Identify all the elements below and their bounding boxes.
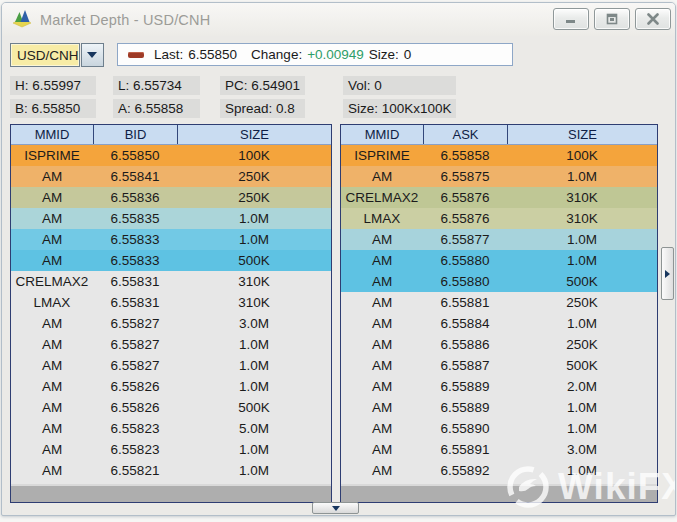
price-cell: 6.55833 xyxy=(93,250,177,271)
combo-dropdown-button[interactable] xyxy=(81,43,104,67)
price-cell: 6.55891 xyxy=(423,439,507,460)
size-cell: 310K xyxy=(507,208,657,229)
depth-row[interactable]: AM6.558271.0M xyxy=(11,355,331,376)
size-label: Size: xyxy=(369,47,399,62)
depth-row[interactable]: AM6.55881250K xyxy=(341,292,657,313)
symbol-combobox[interactable]: USD/CNH xyxy=(10,43,104,67)
maximize-icon xyxy=(605,13,619,25)
depth-row[interactable]: AM6.558271.0M xyxy=(11,334,331,355)
size-cell: 1.0M xyxy=(507,250,657,271)
depth-row[interactable]: AM6.558235.0M xyxy=(11,418,331,439)
ask-table-header: MMIDASKSIZE xyxy=(341,125,657,145)
size-cell: 2.0M xyxy=(507,376,657,397)
mmid-cell: AM xyxy=(11,166,93,187)
depth-row[interactable]: LMAX6.55831310K xyxy=(11,292,331,313)
depth-row[interactable]: ISPRIME6.55858100K xyxy=(341,145,657,166)
depth-row[interactable]: AM6.558351.0M xyxy=(11,208,331,229)
symbol-field[interactable]: USD/CNH xyxy=(10,43,80,67)
maximize-button[interactable] xyxy=(594,8,630,30)
last-label: Last: xyxy=(154,47,183,62)
depth-row[interactable]: AM6.558913.0M xyxy=(341,439,657,460)
size-cell: 3.0M xyxy=(177,313,331,334)
price-cell: 6.55877 xyxy=(423,229,507,250)
price-cell: 6.55889 xyxy=(423,376,507,397)
depth-row[interactable]: AM6.558273.0M xyxy=(11,313,331,334)
bid-table-body: ISPRIME6.55850100KAM6.55841250KAM6.55836… xyxy=(11,145,331,481)
price-cell: 6.55827 xyxy=(93,334,177,355)
window-title: Market Depth - USD/CNH xyxy=(40,12,210,28)
depth-row[interactable]: AM6.55886250K xyxy=(341,334,657,355)
expand-right-button[interactable] xyxy=(661,247,674,300)
mmid-cell: AM xyxy=(341,460,423,481)
depth-row[interactable]: CRELMAX26.55876310K xyxy=(341,187,657,208)
mmid-cell: AM xyxy=(341,418,423,439)
price-cell: 6.55875 xyxy=(423,166,507,187)
window-controls xyxy=(553,8,671,30)
depth-tables-area: MMIDBIDSIZE ISPRIME6.55850100KAM6.558412… xyxy=(2,124,676,515)
depth-row[interactable]: CRELMAX26.55831310K xyxy=(11,271,331,292)
depth-row[interactable]: AM6.55826500K xyxy=(11,397,331,418)
title-bar[interactable]: Market Depth - USD/CNH xyxy=(2,3,675,36)
depth-row[interactable]: AM6.558261.0M xyxy=(11,376,331,397)
price-cell: 6.55841 xyxy=(93,166,177,187)
mmid-cell: AM xyxy=(11,334,93,355)
depth-row[interactable]: AM6.558921.0M xyxy=(341,460,657,481)
size-cell: 1.0M xyxy=(177,208,331,229)
change-value: +0.00949 xyxy=(307,47,364,62)
column-header[interactable]: BID xyxy=(93,125,177,144)
depth-row[interactable]: AM6.558891.0M xyxy=(341,397,657,418)
triangle-right-icon xyxy=(665,270,670,278)
size-cell: 1.0M xyxy=(177,376,331,397)
mmid-cell: AM xyxy=(11,250,93,271)
price-cell: 6.55836 xyxy=(93,187,177,208)
depth-row[interactable]: AM6.55841250K xyxy=(11,166,331,187)
close-button[interactable] xyxy=(635,8,671,30)
depth-row[interactable]: AM6.558901.0M xyxy=(341,418,657,439)
size-cell: 310K xyxy=(507,187,657,208)
depth-row[interactable]: ISPRIME6.55850100K xyxy=(11,145,331,166)
minimize-button[interactable] xyxy=(553,8,589,30)
depth-row[interactable]: AM6.558801.0M xyxy=(341,250,657,271)
column-header[interactable]: SIZE xyxy=(177,125,331,144)
price-cell: 6.55831 xyxy=(93,292,177,313)
column-header[interactable]: MMID xyxy=(341,125,423,144)
mmid-cell: AM xyxy=(341,229,423,250)
depth-row[interactable]: AM6.558841.0M xyxy=(341,313,657,334)
price-cell: 6.55880 xyxy=(423,271,507,292)
depth-row[interactable]: LMAX6.55876310K xyxy=(341,208,657,229)
size-cell: 310K xyxy=(177,271,331,292)
mmid-cell: AM xyxy=(341,439,423,460)
depth-row[interactable]: AM6.558231.0M xyxy=(11,439,331,460)
depth-row[interactable]: AM6.558211.0M xyxy=(11,460,331,481)
depth-row[interactable]: AM6.558771.0M xyxy=(341,229,657,250)
app-icon xyxy=(12,8,32,32)
depth-row[interactable]: AM6.558331.0M xyxy=(11,229,331,250)
price-cell: 6.55858 xyxy=(423,145,507,166)
depth-row[interactable]: AM6.55833500K xyxy=(11,250,331,271)
price-marker-icon xyxy=(128,52,144,58)
size-cell: 500K xyxy=(177,250,331,271)
size-value: 0 xyxy=(404,47,412,62)
mmid-cell: AM xyxy=(341,250,423,271)
mmid-cell: ISPRIME xyxy=(341,145,423,166)
depth-row[interactable]: AM6.55836250K xyxy=(11,187,331,208)
size-cell: 500K xyxy=(177,397,331,418)
mmid-cell: CRELMAX2 xyxy=(341,187,423,208)
size-cell: 1.0M xyxy=(177,460,331,481)
mmid-cell: AM xyxy=(341,376,423,397)
depth-row[interactable]: AM6.558751.0M xyxy=(341,166,657,187)
depth-row[interactable]: AM6.55887500K xyxy=(341,355,657,376)
expand-bottom-button[interactable] xyxy=(312,502,359,514)
price-cell: 6.55831 xyxy=(93,271,177,292)
ask-table: MMIDASKSIZE ISPRIME6.55858100KAM6.558751… xyxy=(340,124,658,503)
size-cell: 5.0M xyxy=(177,418,331,439)
depth-row[interactable]: AM6.558892.0M xyxy=(341,376,657,397)
price-cell: 6.55850 xyxy=(93,145,177,166)
column-header[interactable]: MMID xyxy=(11,125,93,144)
column-header[interactable]: ASK xyxy=(423,125,507,144)
column-header[interactable]: SIZE xyxy=(507,125,657,144)
price-cell: 6.55826 xyxy=(93,376,177,397)
depth-row[interactable]: AM6.55880500K xyxy=(341,271,657,292)
size-cell: 250K xyxy=(507,334,657,355)
triangle-down-icon xyxy=(332,506,340,511)
